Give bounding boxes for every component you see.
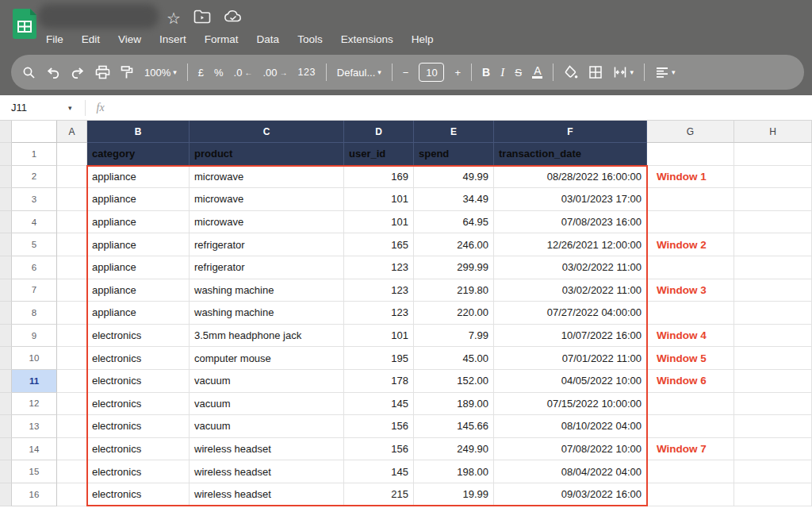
- text-color-button[interactable]: A: [532, 66, 542, 79]
- cell-H6[interactable]: [734, 256, 812, 279]
- column-header-D[interactable]: D: [344, 121, 414, 143]
- row-header-11[interactable]: 11: [12, 370, 57, 393]
- decrease-font-size-button[interactable]: −: [403, 67, 409, 79]
- cell-E12-spend[interactable]: 189.00: [414, 393, 494, 416]
- cell-E5-spend[interactable]: 246.00: [414, 233, 494, 256]
- cell-A12[interactable]: [57, 393, 87, 416]
- cell-D8-user-id[interactable]: 123: [344, 302, 414, 325]
- cell-H10[interactable]: [734, 347, 812, 370]
- cell-A10[interactable]: [57, 347, 87, 370]
- row-header-9[interactable]: 9: [12, 325, 57, 348]
- cell-C3-product[interactable]: microwave: [190, 188, 344, 211]
- cell-D11-user-id[interactable]: 178: [344, 370, 414, 393]
- cell-F1-transaction-date-header[interactable]: transaction_date: [494, 143, 647, 166]
- row-header-3[interactable]: 3: [12, 188, 57, 211]
- cell-A6[interactable]: [57, 256, 87, 279]
- increase-decimal-button[interactable]: .00 →: [262, 67, 287, 79]
- cell-E11-spend[interactable]: 152.00: [414, 370, 494, 393]
- cell-H1[interactable]: [734, 143, 812, 166]
- print-icon[interactable]: [95, 65, 110, 79]
- name-box-caret-icon[interactable]: ▾: [68, 104, 72, 112]
- window-label[interactable]: Window 1: [647, 166, 734, 189]
- search-icon[interactable]: [22, 66, 36, 79]
- cell-C9-product[interactable]: 3.5mm headphone jack: [190, 325, 344, 348]
- cell-F13-transaction-date[interactable]: 08/10/2022 04:00: [494, 415, 647, 438]
- increase-font-size-button[interactable]: +: [454, 67, 461, 79]
- cell-E4-spend[interactable]: 64.95: [414, 211, 494, 234]
- cell-D12-user-id[interactable]: 145: [344, 393, 414, 416]
- cell-F16-transaction-date[interactable]: 09/03/2022 16:00: [494, 483, 647, 506]
- zoom-select[interactable]: 100% ▾: [144, 67, 177, 79]
- cell-C16-product[interactable]: wireless headset: [190, 483, 344, 506]
- cell-B12-category[interactable]: electronics: [87, 393, 190, 416]
- cell-G6[interactable]: [647, 256, 734, 279]
- cell-B2-category[interactable]: appliance: [87, 166, 190, 189]
- cell-H11[interactable]: [734, 370, 812, 393]
- name-box[interactable]: J11: [0, 102, 57, 114]
- cell-A14[interactable]: [57, 438, 87, 461]
- cell-F7-transaction-date[interactable]: 03/02/2022 11:00: [494, 279, 647, 302]
- cell-F15-transaction-date[interactable]: 08/04/2022 04:00: [494, 460, 647, 483]
- cell-F2-transaction-date[interactable]: 08/28/2022 16:00:00: [494, 166, 647, 189]
- cloud-saved-icon[interactable]: [224, 10, 243, 27]
- cell-C14-product[interactable]: wireless headset: [190, 438, 344, 461]
- cell-B16-category[interactable]: electronics: [87, 483, 190, 506]
- column-header-E[interactable]: E: [414, 121, 494, 143]
- cell-B14-category[interactable]: electronics: [87, 438, 190, 461]
- cell-B6-category[interactable]: appliance: [87, 256, 190, 279]
- cell-B15-category[interactable]: electronics: [87, 460, 190, 483]
- column-header-G[interactable]: G: [647, 121, 734, 143]
- cell-B10-category[interactable]: electronics: [87, 347, 190, 370]
- cell-F11-transaction-date[interactable]: 04/05/2022 10:00: [494, 370, 647, 393]
- row-header-6[interactable]: 6: [12, 256, 57, 279]
- cell-G1[interactable]: [647, 143, 734, 166]
- cell-A5[interactable]: [57, 233, 87, 256]
- column-header-B[interactable]: B: [87, 121, 190, 143]
- window-label[interactable]: Window 4: [647, 325, 734, 348]
- cell-C11-product[interactable]: vacuum: [190, 370, 344, 393]
- cell-E16-spend[interactable]: 19.99: [414, 483, 494, 506]
- row-header-14[interactable]: 14: [12, 438, 57, 461]
- fill-color-icon[interactable]: [564, 65, 578, 79]
- font-size-input[interactable]: 10: [419, 63, 444, 82]
- cell-A13[interactable]: [57, 415, 87, 438]
- cell-F12-transaction-date[interactable]: 07/15/2022 10:00:00: [494, 393, 647, 416]
- row-header-2[interactable]: 2: [12, 166, 57, 189]
- cell-D4-user-id[interactable]: 101: [344, 211, 414, 234]
- menu-edit[interactable]: Edit: [82, 33, 100, 45]
- cell-A4[interactable]: [57, 211, 87, 234]
- cell-A2[interactable]: [57, 166, 87, 189]
- cell-H12[interactable]: [734, 393, 812, 416]
- cell-G4[interactable]: [647, 211, 734, 234]
- cell-E6-spend[interactable]: 299.99: [414, 256, 494, 279]
- menu-file[interactable]: File: [46, 33, 63, 45]
- cell-C5-product[interactable]: refrigerator: [190, 233, 344, 256]
- cell-A11[interactable]: [57, 370, 87, 393]
- menu-data[interactable]: Data: [257, 33, 280, 45]
- bold-button[interactable]: B: [482, 66, 490, 79]
- cell-C7-product[interactable]: washing machine: [190, 279, 344, 302]
- row-header-12[interactable]: 12: [12, 393, 57, 416]
- row-header-1[interactable]: 1: [12, 143, 57, 166]
- cell-D2-user-id[interactable]: 169: [344, 166, 414, 189]
- cell-E10-spend[interactable]: 45.00: [414, 347, 494, 370]
- format-percent-button[interactable]: %: [214, 67, 224, 79]
- cell-C1-product-header[interactable]: product: [190, 143, 344, 166]
- decrease-decimal-button[interactable]: .0 ←: [234, 67, 253, 79]
- cell-F8-transaction-date[interactable]: 07/27/2022 04:00:00: [494, 302, 647, 325]
- cell-E15-spend[interactable]: 198.00: [414, 460, 494, 483]
- cell-H2[interactable]: [734, 166, 812, 189]
- borders-icon[interactable]: [588, 65, 603, 79]
- star-icon[interactable]: ☆: [167, 8, 181, 29]
- cell-H9[interactable]: [734, 325, 812, 348]
- cell-A8[interactable]: [57, 302, 87, 325]
- cell-D10-user-id[interactable]: 195: [344, 347, 414, 370]
- cell-H14[interactable]: [734, 438, 812, 461]
- row-header-10[interactable]: 10: [12, 347, 57, 370]
- cell-A1[interactable]: [57, 143, 87, 166]
- cell-F14-transaction-date[interactable]: 07/08/2022 10:00: [494, 438, 647, 461]
- column-header-F[interactable]: F: [494, 121, 647, 143]
- cell-A16[interactable]: [57, 483, 87, 506]
- cell-A7[interactable]: [57, 279, 87, 302]
- cell-E2-spend[interactable]: 49.99: [414, 166, 494, 189]
